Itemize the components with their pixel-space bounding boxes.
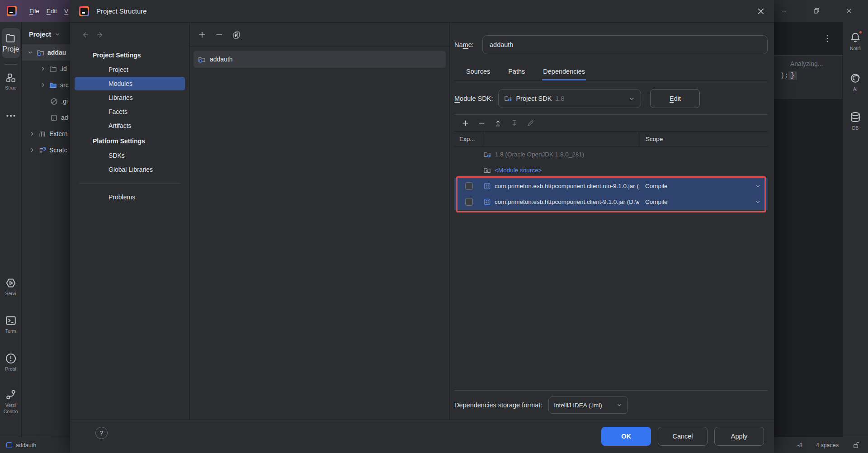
module-name: addauth (210, 56, 233, 63)
project-panel-header[interactable]: Project (22, 22, 70, 44)
nav-item-project[interactable]: Project (75, 63, 185, 76)
tree-item-addauth[interactable]: addau (22, 44, 70, 61)
sidebar-item-problems[interactable]: Probl (0, 353, 21, 372)
edit-dependency-icon[interactable] (527, 119, 534, 127)
menu-file[interactable]: File (26, 5, 43, 17)
status-encoding[interactable]: -8 (797, 442, 802, 448)
jar-library-icon (483, 198, 491, 206)
nav-item-modules[interactable]: Modules (75, 77, 185, 90)
table-row-dependency-jar[interactable]: com.primeton.esb.httpcomponent.client-9.… (454, 194, 768, 210)
module-sdk-select[interactable]: Project SDK 1.8 (498, 89, 641, 108)
storage-format-value: IntelliJ IDEA (.iml) (554, 402, 602, 409)
jdk-icon (504, 94, 512, 103)
sidebar-item-ai[interactable]: AI (843, 72, 868, 92)
nav-item-problems[interactable]: Problems (75, 190, 185, 204)
scope-select[interactable]: Compile (639, 183, 768, 189)
sidebar-item-label: DB (852, 125, 859, 131)
module-list-item-addauth[interactable]: addauth (193, 51, 446, 68)
nav-item-sdks[interactable]: SDKs (75, 149, 185, 162)
remove-dependency-icon[interactable] (478, 119, 486, 127)
scope-value: Compile (645, 198, 668, 205)
column-export[interactable]: Exp... (454, 132, 483, 146)
chevron-right-icon (40, 66, 46, 72)
terminal-icon (5, 315, 17, 326)
sidebar-item-database[interactable]: DB (843, 111, 868, 131)
sidebar-item-more[interactable] (0, 110, 21, 121)
storage-format-row: Dependencies storage format: IntelliJ ID… (454, 391, 768, 420)
tree-item-scratches[interactable]: Scratc (22, 142, 70, 158)
tree-item-label: .gi (61, 98, 68, 105)
forward-icon[interactable] (96, 31, 104, 39)
chevron-down-icon (628, 95, 635, 102)
sidebar-item-structure[interactable]: Struc (0, 72, 21, 91)
sidebar-item-terminal[interactable]: Term (0, 315, 21, 334)
close-window-button[interactable] (833, 0, 865, 22)
dependency-name: com.primeton.esb.httpcomponent.client-9.… (495, 198, 639, 205)
edit-sdk-button[interactable]: Edit (650, 89, 700, 108)
module-source-folder-icon (483, 166, 491, 174)
ai-assistant-icon (849, 72, 861, 84)
tree-item-idea[interactable]: .id (22, 61, 70, 77)
back-icon[interactable] (81, 31, 89, 39)
ok-button[interactable]: OK (601, 427, 651, 446)
move-down-icon[interactable] (510, 119, 518, 127)
sidebar-item-label: Versi (5, 402, 16, 408)
tab-dependencies[interactable]: Dependencies (542, 65, 586, 80)
nav-item-global-libraries[interactable]: Global Libraries (75, 163, 185, 176)
module-name-input[interactable]: addauth (482, 35, 768, 54)
export-checkbox[interactable] (465, 182, 473, 190)
copy-module-icon[interactable] (232, 31, 241, 39)
help-button[interactable]: ? (95, 427, 108, 439)
export-checkbox[interactable] (465, 198, 473, 206)
editor-toolbar: ⋮ (774, 22, 842, 56)
nav-item-facets[interactable]: Facets (75, 105, 185, 118)
scratches-icon (38, 146, 46, 154)
sidebar-item-version-control[interactable]: Versi Contro (0, 389, 21, 415)
tab-paths[interactable]: Paths (507, 65, 526, 80)
remove-module-icon[interactable] (215, 31, 223, 39)
sidebar-item-notifications[interactable]: Notifi (843, 32, 868, 51)
move-up-icon[interactable] (494, 119, 502, 127)
sidebar-item-label: Proje (2, 45, 19, 53)
intellij-logo-icon (79, 6, 89, 16)
column-scope[interactable]: Scope (639, 132, 768, 146)
kebab-menu-icon[interactable]: ⋮ (823, 33, 831, 43)
sidebar-item-label: AI (853, 86, 858, 92)
apply-button[interactable]: Apply (714, 427, 764, 446)
project-structure-dialog: Project Structure Project Settings Proje… (70, 0, 774, 453)
modules-list: addauth (190, 47, 449, 71)
nav-item-libraries[interactable]: Libraries (75, 91, 185, 104)
sidebar-item-project[interactable]: Proje (2, 28, 20, 58)
tab-sources[interactable]: Sources (465, 65, 491, 80)
add-dependency-icon[interactable] (462, 119, 469, 127)
tree-item-gitignore[interactable]: .gi (22, 93, 70, 109)
table-row-sdk[interactable]: 1.8 (Oracle OpenJDK 1.8.0_281) (454, 146, 768, 162)
modules-toolbar (190, 23, 449, 47)
table-row-dependency-nio-jar[interactable]: com.primeton.esb.httpcomponent.client.ni… (454, 178, 768, 194)
chevron-down-icon (755, 198, 761, 205)
table-row-module-source[interactable]: <Module source> (454, 162, 768, 178)
scope-select[interactable]: Compile (639, 198, 768, 205)
services-icon (5, 277, 17, 289)
tree-item-external-libraries[interactable]: Extern (22, 126, 70, 142)
code-line: ); } (780, 71, 842, 80)
dialog-titlebar: Project Structure (70, 0, 774, 23)
add-module-icon[interactable] (198, 31, 206, 39)
sidebar-item-services[interactable]: Servi (0, 277, 21, 297)
status-module-name[interactable]: addauth (16, 442, 36, 448)
dependency-name: 1.8 (Oracle OpenJDK 1.8.0_281) (495, 151, 584, 158)
tree-item-iml-file[interactable]: ad (22, 109, 70, 126)
restore-button[interactable] (800, 0, 833, 22)
dialog-close-icon[interactable] (757, 7, 765, 15)
unlock-icon[interactable] (852, 441, 860, 449)
dialog-title: Project Structure (96, 7, 147, 15)
storage-format-select[interactable]: IntelliJ IDEA (.iml) (548, 396, 628, 414)
menu-edit[interactable]: Edit (43, 5, 61, 17)
status-indent[interactable]: 4 spaces (816, 442, 839, 448)
nav-item-artifacts[interactable]: Artifacts (75, 119, 185, 132)
tree-item-src[interactable]: src (22, 77, 70, 93)
more-icon (5, 110, 16, 121)
cancel-button[interactable]: Cancel (658, 427, 708, 446)
dialog-nav-toolbar (70, 23, 189, 47)
chevron-down-icon (616, 402, 623, 408)
